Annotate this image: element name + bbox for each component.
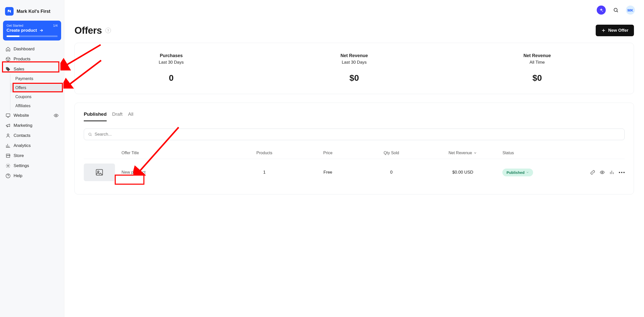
svg-point-3: [8, 165, 9, 167]
th-offer-title[interactable]: Offer Title: [122, 151, 233, 155]
table-row[interactable]: New product 1 Free 0 $0.00 USD Published: [84, 159, 625, 186]
arrow-right-icon: [39, 28, 44, 33]
home-icon: [6, 47, 11, 52]
svg-point-1: [56, 115, 57, 116]
sidebar-item-contacts[interactable]: Contacts: [2, 131, 62, 141]
search-icon: [88, 132, 92, 136]
stat-net-revenue-alltime: Net Revenue All Time $0: [446, 53, 629, 83]
global-search-button[interactable]: [611, 6, 620, 15]
chevron-down-icon: [526, 171, 529, 174]
th-products[interactable]: Products: [233, 151, 296, 155]
stat-value: $0: [263, 73, 446, 83]
svg-point-9: [601, 172, 603, 173]
workspace-name: Mark Kol's First: [17, 9, 50, 14]
offer-thumbnail: [84, 164, 115, 181]
stats-icon[interactable]: [609, 170, 614, 175]
sidebar-item-label: Marketing: [14, 123, 32, 128]
link-icon[interactable]: [590, 170, 595, 175]
stat-net-revenue-30d: Net Revenue Last 30 Days $0: [263, 53, 446, 83]
gear-icon: [6, 163, 11, 168]
store-icon: [6, 153, 11, 158]
stat-purchases: Purchases Last 30 Days 0: [80, 53, 263, 83]
sidebar-item-label: Settings: [14, 163, 29, 168]
sidebar-item-label: Help: [14, 173, 22, 178]
table-search[interactable]: [84, 129, 625, 140]
sidebar-item-label: Analytics: [14, 143, 31, 148]
get-started-action: Create product: [7, 28, 37, 33]
get-started-label: Get Started: [7, 24, 23, 27]
cell-offer-title[interactable]: New product: [122, 170, 233, 175]
chart-icon: [6, 143, 11, 148]
stat-sublabel: Last 30 Days: [263, 60, 446, 65]
sidebar-item-label: Products: [14, 57, 30, 62]
sidebar-item-dashboard[interactable]: Dashboard: [2, 44, 62, 54]
sidebar-item-label: Website: [14, 113, 29, 118]
tab-draft[interactable]: Draft: [112, 111, 123, 121]
eye-icon[interactable]: [54, 113, 59, 118]
sidebar-subitem-payments[interactable]: Payments: [10, 74, 62, 83]
get-started-card[interactable]: Get Started 1/4 Create product: [3, 21, 61, 41]
cube-icon: [6, 57, 11, 62]
stat-value: 0: [80, 73, 263, 83]
sidebar-item-settings[interactable]: Settings: [2, 161, 62, 171]
workspace-switcher[interactable]: Mark Kol's First: [0, 4, 64, 21]
sidebar-item-website[interactable]: Website: [2, 110, 62, 121]
sidebar-item-marketing[interactable]: Marketing: [2, 121, 62, 131]
user-avatar[interactable]: MK: [626, 6, 635, 15]
th-status[interactable]: Status: [502, 151, 582, 155]
search-icon: [613, 7, 619, 13]
sidebar-item-help[interactable]: Help: [2, 171, 62, 181]
more-actions-button[interactable]: [619, 172, 625, 173]
th-price[interactable]: Price: [296, 151, 359, 155]
tab-published[interactable]: Published: [84, 111, 107, 121]
svg-point-2: [7, 134, 9, 136]
eye-icon[interactable]: [600, 170, 605, 175]
th-qty-sold[interactable]: Qty Sold: [360, 151, 423, 155]
sidebar: Mark Kol's First Get Started 1/4 Create …: [0, 0, 64, 317]
stat-sublabel: Last 30 Days: [80, 60, 263, 65]
sparkle-icon: [599, 8, 603, 12]
tab-all[interactable]: All: [128, 111, 133, 121]
stat-label: Net Revenue: [263, 53, 446, 58]
brand-logo-icon: [5, 7, 14, 16]
status-badge[interactable]: Published: [502, 169, 533, 176]
megaphone-icon: [6, 123, 11, 128]
sidebar-item-sales[interactable]: Sales: [2, 64, 62, 74]
cell-price: Free: [296, 170, 359, 175]
new-offer-button[interactable]: New Offer: [596, 25, 634, 36]
sidebar-item-label: Store: [14, 153, 24, 158]
svg-point-5: [614, 8, 617, 12]
th-net-revenue[interactable]: Net Revenue: [423, 151, 503, 155]
topbar: MK: [64, 0, 644, 20]
get-started-progress: 1/4: [53, 24, 58, 27]
help-tooltip-icon[interactable]: ?: [105, 28, 111, 33]
ai-assistant-button[interactable]: [597, 6, 606, 15]
table-header: Offer Title Products Price Qty Sold Net …: [84, 147, 625, 159]
sidebar-item-analytics[interactable]: Analytics: [2, 141, 62, 151]
offers-table-card: Published Draft All Offer Title Products…: [74, 103, 634, 194]
new-offer-label: New Offer: [608, 28, 628, 33]
monitor-icon: [6, 113, 11, 118]
status-label: Published: [506, 170, 525, 175]
offers-table: Offer Title Products Price Qty Sold Net …: [84, 147, 625, 186]
sidebar-subitem-affiliates[interactable]: Affiliates: [10, 101, 62, 110]
svg-point-6: [89, 133, 91, 135]
sidebar-item-label: Dashboard: [14, 47, 34, 52]
sidebar-subitem-offers[interactable]: Offers: [10, 83, 62, 92]
stat-sublabel: All Time: [446, 60, 629, 65]
sidebar-subitem-coupons[interactable]: Coupons: [10, 92, 62, 101]
search-input[interactable]: [95, 132, 620, 137]
user-icon: [6, 133, 11, 138]
stat-label: Purchases: [80, 53, 263, 58]
svg-rect-0: [6, 114, 10, 116]
cell-revenue: $0.00 USD: [423, 170, 503, 175]
progress-bar: [7, 35, 58, 37]
sidebar-item-label: Sales: [14, 67, 24, 72]
help-circle-icon: [6, 173, 11, 178]
image-placeholder-icon: [95, 168, 104, 177]
sidebar-item-label: Contacts: [14, 133, 30, 138]
sidebar-item-products[interactable]: Products: [2, 54, 62, 64]
plus-icon: [601, 28, 606, 33]
sidebar-item-store[interactable]: Store: [2, 151, 62, 161]
stat-label: Net Revenue: [446, 53, 629, 58]
